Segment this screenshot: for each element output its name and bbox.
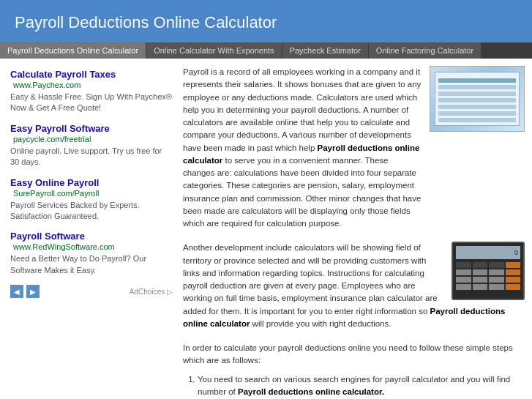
calc-screen: 0 [456, 246, 520, 259]
article-column: Payroll is a record of all employees wor… [183, 66, 525, 399]
calc-btn-6 [489, 269, 504, 275]
list-item-1: You need to search on various search eng… [198, 373, 525, 399]
article-section-1: Payroll is a record of all employees wor… [183, 66, 525, 236]
screenshot-row-4 [438, 105, 515, 109]
ad-desc-1: Easy & Hassle Free. Sign Up With Paychex… [10, 92, 173, 114]
article-list: You need to search on various search eng… [183, 373, 525, 400]
calc-btn-3 [489, 262, 504, 268]
calc-btn-5 [473, 269, 488, 275]
calc-btn-mul [506, 269, 521, 275]
ad-url-1: www.Paychex.com [13, 81, 80, 89]
screenshot-inner [435, 72, 519, 127]
screenshot-row-header [438, 78, 515, 83]
page-title: Payroll Deductions Online Calculator [15, 13, 517, 32]
article-para-3: In order to calculate your payroll deduc… [183, 342, 525, 368]
article-para-1: Payroll is a record of all employees wor… [183, 66, 422, 230]
ad-prev-button[interactable]: ◀ [10, 285, 23, 298]
ad-navigation: ◀ ▶ AdChoices ▷ [10, 285, 173, 298]
calc-btn-sub [506, 277, 521, 283]
ad-url-2: paycycle.com/freetrial [13, 135, 91, 143]
ad-title-1[interactable]: Calculate Payroll Taxes [10, 69, 116, 80]
calc-btn-1 [456, 262, 471, 268]
tab-online-calculator-exponents[interactable]: Online Calculator With Exponents [146, 42, 281, 59]
calc-btn-4 [456, 269, 471, 275]
article-screenshot-image [430, 66, 525, 132]
calc-btn-2 [473, 262, 488, 268]
ad-url-4: www.RedWingSoftware.com [13, 242, 115, 251]
ad-title-4[interactable]: Payroll Software [10, 231, 85, 242]
calc-btn-dot [489, 284, 504, 290]
tab-payroll-deductions[interactable]: Payroll Deductions Online Calculator [0, 42, 146, 59]
screenshot-rows [438, 78, 515, 124]
calc-btn-div [506, 262, 521, 268]
calc-buttons [456, 262, 520, 290]
calc-btn-add [506, 284, 521, 290]
ad-title-3[interactable]: Easy Online Payroll [10, 177, 99, 188]
tab-paycheck-estimator[interactable]: Paycheck Estimator [282, 42, 368, 59]
ad-item-4: Payroll Software www.RedWingSoftware.com… [10, 231, 173, 276]
ad-choices-label: AdChoices ▷ [130, 288, 173, 296]
ads-column: Calculate Payroll Taxes www.Paychex.com … [7, 66, 176, 399]
calc-btn-9 [489, 277, 504, 283]
calc-btn-7 [456, 277, 471, 283]
ad-desc-2: Online payroll. Live support. Try us fre… [10, 146, 173, 168]
calc-btn-0a [456, 284, 471, 290]
screenshot-row-6 [438, 118, 515, 122]
calc-btn-0b [473, 284, 488, 290]
nav-tabs-bar: Payroll Deductions Online Calculator Onl… [0, 42, 532, 59]
main-content: Calculate Payroll Taxes www.Paychex.com … [0, 59, 532, 399]
calculator-image: 0 [452, 242, 525, 300]
screenshot-row-5 [438, 111, 515, 116]
article-section-2: 0 [183, 242, 525, 336]
ad-title-2[interactable]: Easy Payroll Software [10, 123, 110, 134]
tab-online-factoring[interactable]: Online Factoring Calculator [369, 42, 481, 59]
ad-desc-3: Payroll Services Backed by Experts. Sati… [10, 200, 173, 223]
article-section-3: In order to calculate your payroll deduc… [183, 342, 525, 399]
ad-url-3: SurePayroll.com/Payroll [13, 189, 99, 198]
screenshot-row-1 [438, 85, 515, 89]
ad-desc-4: Need a Better Way to Do Payroll? Our Sof… [10, 253, 173, 276]
ad-item-3: Easy Online Payroll SurePayroll.com/Payr… [10, 177, 173, 223]
article-text-1: Payroll is a record of all employees wor… [183, 66, 422, 236]
page-header: Payroll Deductions Online Calculator [0, 0, 532, 42]
screenshot-row-3 [438, 98, 515, 102]
calc-btn-8 [473, 277, 488, 283]
article-screenshot-block [430, 66, 525, 236]
ad-item-1: Calculate Payroll Taxes www.Paychex.com … [10, 69, 173, 114]
ad-next-button[interactable]: ▶ [26, 285, 40, 298]
ad-item-2: Easy Payroll Software paycycle.com/freet… [10, 123, 173, 168]
screenshot-row-2 [438, 92, 515, 96]
